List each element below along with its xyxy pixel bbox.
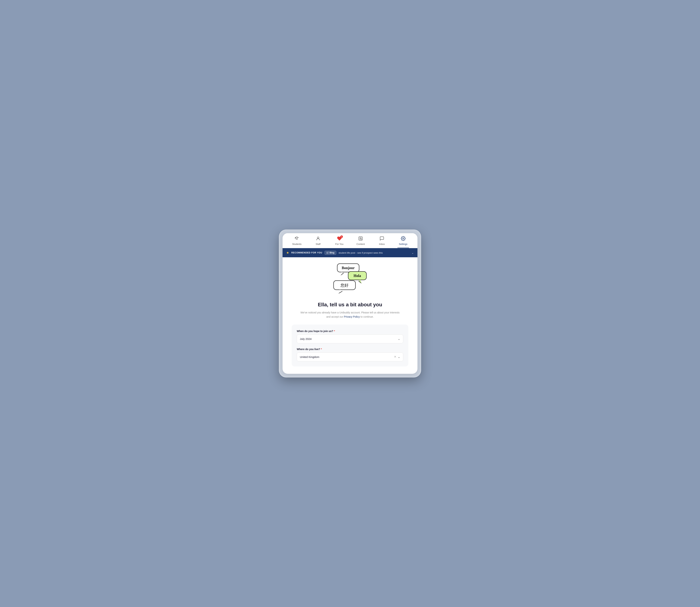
content-icon xyxy=(358,236,363,242)
main-content: Bonjour Hola 您好 Ella, tell xyxy=(282,257,418,374)
nav-inbox-label: Inbox xyxy=(379,243,385,246)
settings-icon xyxy=(401,236,406,242)
location-chevron-icon: ⌄ xyxy=(398,355,400,359)
location-value: United Kingdom xyxy=(300,355,319,358)
join-required-indicator: * xyxy=(334,330,335,333)
banner-star-icon: ★ xyxy=(286,251,289,255)
nav-item-inbox[interactable]: Inbox xyxy=(375,236,389,248)
staff-icon xyxy=(316,236,320,242)
location-group: Where do you live? * United Kingdom ✕ ⌄ xyxy=(297,348,403,361)
device-frame: Students Staff 1 For You xyxy=(279,230,421,377)
svg-point-2 xyxy=(403,238,404,239)
nav-students-label: Students xyxy=(292,243,301,246)
nav-item-settings[interactable]: Settings xyxy=(396,236,410,248)
students-icon xyxy=(294,236,299,242)
profile-form: When do you hope to join us? * July 2024… xyxy=(292,325,408,367)
heart-badge: 1 xyxy=(340,235,343,238)
recommended-banner[interactable]: ★ RECOMMENDED FOR YOU Blog student life … xyxy=(282,248,418,257)
nav-item-content[interactable]: Content xyxy=(353,236,368,248)
app-container: Students Staff 1 For You xyxy=(282,233,418,374)
privacy-policy-link[interactable]: Privacy Policy xyxy=(344,315,360,318)
nav-staff-label: Staff xyxy=(316,243,321,246)
page-subtitle: We've noticed you already have a Unibudd… xyxy=(299,311,401,319)
join-date-select[interactable]: July 2024 ⌄ xyxy=(297,334,403,343)
nav-settings-label: Settings xyxy=(399,243,407,246)
page-title: Ella, tell us a bit about you xyxy=(318,302,382,308)
banner-label: RECOMMENDED FOR YOU xyxy=(291,251,322,254)
join-date-value: July 2024 xyxy=(300,337,312,340)
banner-chevron-icon: ⌄ xyxy=(411,251,414,254)
nav-item-staff[interactable]: Staff xyxy=(311,236,325,248)
svg-text:您好: 您好 xyxy=(340,283,348,288)
location-select[interactable]: United Kingdom ✕ ⌄ xyxy=(297,353,403,361)
join-date-group: When do you hope to join us? * July 2024… xyxy=(297,330,403,343)
language-illustration: Bonjour Hola 您好 xyxy=(332,263,368,297)
location-required-indicator: * xyxy=(321,348,322,351)
inbox-icon xyxy=(380,236,384,242)
nav-item-students[interactable]: Students xyxy=(290,236,304,248)
location-label: Where do you live? * xyxy=(297,348,403,351)
banner-description: student life post - see if prospect sees… xyxy=(339,251,409,254)
banner-badge-text: Blog xyxy=(330,251,335,254)
location-clear-button[interactable]: ✕ xyxy=(394,355,396,358)
nav-for-you-label: For You xyxy=(335,243,343,246)
nav-item-for-you[interactable]: 1 For You xyxy=(332,236,347,248)
banner-badge: Blog xyxy=(324,251,337,255)
nav-bar: Students Staff 1 For You xyxy=(282,233,418,248)
nav-content-label: Content xyxy=(357,243,365,246)
join-date-chevron-icon: ⌄ xyxy=(398,337,400,341)
svg-text:Hola: Hola xyxy=(354,274,361,278)
join-date-label: When do you hope to join us? * xyxy=(297,330,403,333)
svg-point-0 xyxy=(317,237,319,238)
heart-icon: 1 xyxy=(337,236,342,242)
svg-text:Bonjour: Bonjour xyxy=(342,266,355,270)
